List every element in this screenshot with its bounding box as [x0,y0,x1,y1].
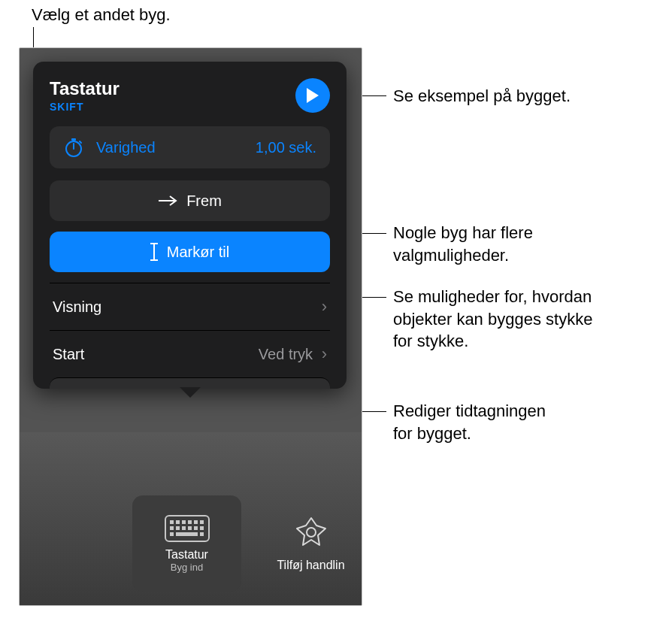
change-build-button[interactable]: SKIFT [50,101,120,113]
delivery-label: Visning [53,298,101,316]
svg-rect-20 [200,532,204,536]
svg-rect-7 [176,520,180,524]
svg-rect-8 [182,520,186,524]
timer-icon [63,137,84,158]
text-cursor-icon [150,243,159,261]
tile-label: Tilføj handlin [277,559,344,572]
duration-label: Varighed [96,139,256,156]
svg-rect-16 [194,526,198,530]
preview-play-button[interactable] [295,78,330,113]
chevron-right-icon: › [322,344,327,363]
play-icon [305,87,320,104]
start-value: Ved tryk [259,346,313,362]
direction-label: Frem [186,192,222,210]
popover-title: Tastatur [50,78,120,99]
tile-label: Tastatur [165,548,208,562]
callout-change: Vælg et andet byg. [32,4,171,26]
svg-rect-12 [170,526,174,530]
svg-rect-19 [176,532,198,536]
svg-rect-6 [170,520,174,524]
add-action-icon [294,515,328,550]
svg-rect-15 [188,526,192,530]
delivery-row[interactable]: Visning › [50,283,330,330]
svg-rect-17 [200,526,204,530]
duration-row[interactable]: Varighed 1,00 sek. [50,126,330,168]
svg-rect-14 [182,526,186,530]
cursor-mode-label: Markør til [167,244,229,261]
start-row[interactable]: Start Ved tryk › [50,330,330,377]
svg-rect-10 [194,520,198,524]
keyboard-icon [165,515,210,542]
chevron-right-icon: › [322,297,327,317]
svg-rect-13 [176,526,180,530]
tile-add-action[interactable]: Tilføj handlin [256,495,362,592]
svg-rect-1 [71,138,76,141]
build-popover: Tastatur SKIFT Varighed 1,00 sek. [33,62,347,389]
direction-button[interactable]: Frem [50,180,330,221]
svg-line-3 [80,141,81,143]
svg-rect-11 [200,520,204,524]
tile-tastatur[interactable]: Tastatur Byg ind [132,495,241,592]
screenshot-region: Tastatur SKIFT Varighed 1,00 sek. [19,47,362,606]
svg-point-21 [307,528,316,537]
arrow-right-icon [158,195,177,207]
callout-preview: Se eksempel på bygget. [393,85,571,108]
start-label: Start [53,346,84,363]
svg-rect-9 [188,520,192,524]
build-tiles: Tastatur Byg ind Tilføj handlin [132,495,362,592]
popover-arrow [180,387,201,398]
cursor-mode-button[interactable]: Markør til [50,232,330,272]
callout-cursor: Se muligheder for, hvordanobjekter kan b… [393,286,592,353]
duration-value: 1,00 sek. [256,139,316,156]
callout-variants-line1: Nogle byg har flerevalgmuligheder. [393,222,533,266]
tile-sub: Byg ind [171,562,203,573]
svg-rect-18 [170,532,174,536]
callout-timing: Rediger tidtagningenfor bygget. [393,400,546,444]
